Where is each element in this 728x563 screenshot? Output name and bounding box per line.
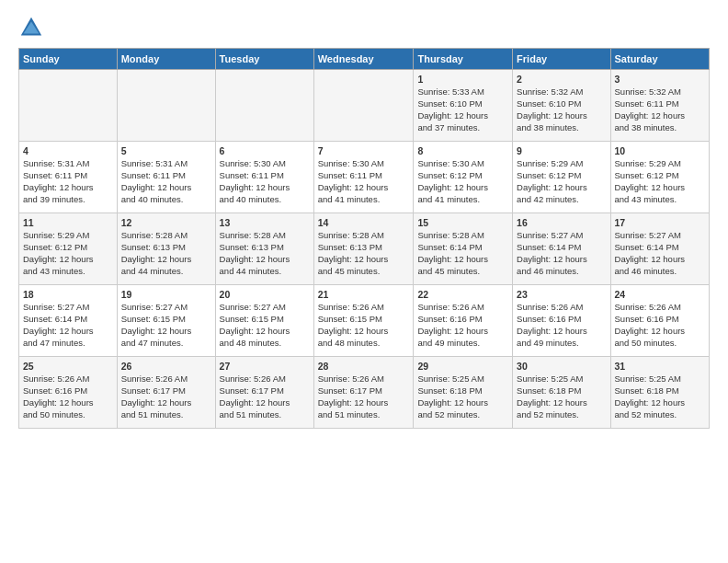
sunrise-text: Sunrise: 5:25 AM	[417, 373, 508, 385]
sunrise-text: Sunrise: 5:32 AM	[615, 86, 705, 98]
day-number: 17	[615, 216, 705, 229]
sunrise-text: Sunrise: 5:29 AM	[517, 158, 606, 170]
daylight-text: Daylight: 12 hours	[615, 397, 705, 409]
calendar-cell	[215, 70, 313, 142]
daylight-text: and 44 minutes.	[121, 266, 211, 278]
calendar-cell: 10Sunrise: 5:29 AMSunset: 6:12 PMDayligh…	[610, 142, 709, 213]
daylight-text: and 41 minutes.	[417, 194, 508, 206]
daylight-text: and 50 minutes.	[23, 409, 113, 421]
day-number: 27	[220, 360, 310, 373]
sunset-text: Sunset: 6:11 PM	[318, 170, 410, 182]
daylight-text: and 40 minutes.	[121, 194, 211, 206]
daylight-text: Daylight: 12 hours	[417, 110, 508, 122]
day-number: 6	[220, 144, 310, 157]
daylight-text: Daylight: 12 hours	[220, 254, 310, 266]
daylight-text: and 49 minutes.	[417, 338, 508, 350]
daylight-text: and 44 minutes.	[220, 266, 310, 278]
daylight-text: and 51 minutes.	[121, 409, 211, 421]
calendar-header: SundayMondayTuesdayWednesdayThursdayFrid…	[19, 49, 710, 70]
daylight-text: and 49 minutes.	[517, 338, 606, 350]
daylight-text: and 38 minutes.	[517, 122, 606, 134]
sunrise-text: Sunrise: 5:26 AM	[23, 373, 113, 385]
daylight-text: and 38 minutes.	[615, 122, 705, 134]
sunset-text: Sunset: 6:13 PM	[121, 242, 211, 254]
daylight-text: and 42 minutes.	[517, 194, 606, 206]
daylight-text: and 45 minutes.	[417, 266, 508, 278]
daylight-text: Daylight: 12 hours	[318, 326, 410, 338]
day-number: 18	[23, 288, 113, 301]
daylight-text: and 51 minutes.	[220, 409, 310, 421]
daylight-text: Daylight: 12 hours	[121, 326, 211, 338]
daylight-text: and 45 minutes.	[318, 266, 410, 278]
sunset-text: Sunset: 6:10 PM	[517, 98, 606, 110]
sunrise-text: Sunrise: 5:30 AM	[220, 158, 310, 170]
day-number: 10	[615, 144, 705, 157]
calendar-body: 1Sunrise: 5:33 AMSunset: 6:10 PMDaylight…	[19, 70, 710, 429]
logo	[18, 15, 48, 40]
sunset-text: Sunset: 6:12 PM	[517, 170, 606, 182]
sunrise-text: Sunrise: 5:28 AM	[220, 230, 310, 242]
daylight-text: Daylight: 12 hours	[23, 182, 113, 194]
day-number: 7	[318, 144, 410, 157]
calendar-cell: 30Sunrise: 5:25 AMSunset: 6:18 PMDayligh…	[513, 357, 610, 429]
daylight-text: Daylight: 12 hours	[23, 397, 113, 409]
day-number: 31	[615, 360, 705, 373]
calendar-week-3: 11Sunrise: 5:29 AMSunset: 6:12 PMDayligh…	[19, 213, 710, 285]
weekday-row: SundayMondayTuesdayWednesdayThursdayFrid…	[19, 49, 710, 70]
day-number: 14	[318, 216, 410, 229]
sunset-text: Sunset: 6:14 PM	[417, 242, 508, 254]
sunrise-text: Sunrise: 5:31 AM	[121, 158, 211, 170]
sunrise-text: Sunrise: 5:25 AM	[517, 373, 606, 385]
daylight-text: Daylight: 12 hours	[517, 110, 606, 122]
day-number: 16	[517, 216, 606, 229]
sunset-text: Sunset: 6:11 PM	[220, 170, 310, 182]
day-number: 11	[23, 216, 113, 229]
sunrise-text: Sunrise: 5:26 AM	[615, 302, 705, 314]
day-number: 24	[615, 288, 705, 301]
calendar-cell: 28Sunrise: 5:26 AMSunset: 6:17 PMDayligh…	[313, 357, 414, 429]
day-number: 13	[220, 216, 310, 229]
sunset-text: Sunset: 6:18 PM	[517, 385, 606, 397]
calendar-cell: 11Sunrise: 5:29 AMSunset: 6:12 PMDayligh…	[19, 213, 118, 285]
day-number: 26	[121, 360, 211, 373]
day-number: 9	[517, 144, 606, 157]
day-number: 25	[23, 360, 113, 373]
calendar-cell: 22Sunrise: 5:26 AMSunset: 6:16 PMDayligh…	[414, 285, 513, 357]
sunrise-text: Sunrise: 5:27 AM	[23, 302, 113, 314]
sunset-text: Sunset: 6:16 PM	[517, 314, 606, 326]
daylight-text: Daylight: 12 hours	[517, 326, 606, 338]
daylight-text: and 50 minutes.	[615, 338, 705, 350]
sunrise-text: Sunrise: 5:30 AM	[318, 158, 410, 170]
calendar-cell: 15Sunrise: 5:28 AMSunset: 6:14 PMDayligh…	[414, 213, 513, 285]
daylight-text: Daylight: 12 hours	[417, 182, 508, 194]
calendar-cell: 26Sunrise: 5:26 AMSunset: 6:17 PMDayligh…	[117, 357, 215, 429]
sunset-text: Sunset: 6:13 PM	[318, 242, 410, 254]
sunrise-text: Sunrise: 5:27 AM	[615, 230, 705, 242]
daylight-text: Daylight: 12 hours	[318, 182, 410, 194]
page: SundayMondayTuesdayWednesdayThursdayFrid…	[0, 0, 728, 563]
header	[18, 15, 710, 40]
calendar-cell: 13Sunrise: 5:28 AMSunset: 6:13 PMDayligh…	[215, 213, 313, 285]
sunset-text: Sunset: 6:11 PM	[23, 170, 113, 182]
daylight-text: and 48 minutes.	[220, 338, 310, 350]
day-number: 30	[517, 360, 606, 373]
daylight-text: Daylight: 12 hours	[23, 254, 113, 266]
daylight-text: Daylight: 12 hours	[318, 397, 410, 409]
calendar-cell: 7Sunrise: 5:30 AMSunset: 6:11 PMDaylight…	[313, 142, 414, 213]
sunset-text: Sunset: 6:12 PM	[615, 170, 705, 182]
sunrise-text: Sunrise: 5:29 AM	[615, 158, 705, 170]
sunset-text: Sunset: 6:17 PM	[121, 385, 211, 397]
logo-icon	[18, 15, 44, 40]
daylight-text: and 41 minutes.	[318, 194, 410, 206]
daylight-text: and 39 minutes.	[23, 194, 113, 206]
sunset-text: Sunset: 6:10 PM	[417, 98, 508, 110]
calendar-cell: 1Sunrise: 5:33 AMSunset: 6:10 PMDaylight…	[414, 70, 513, 142]
daylight-text: Daylight: 12 hours	[517, 182, 606, 194]
daylight-text: and 52 minutes.	[417, 409, 508, 421]
daylight-text: and 46 minutes.	[615, 266, 705, 278]
calendar-cell: 20Sunrise: 5:27 AMSunset: 6:15 PMDayligh…	[215, 285, 313, 357]
sunset-text: Sunset: 6:12 PM	[23, 242, 113, 254]
sunrise-text: Sunrise: 5:27 AM	[220, 302, 310, 314]
calendar-cell: 27Sunrise: 5:26 AMSunset: 6:17 PMDayligh…	[215, 357, 313, 429]
sunrise-text: Sunrise: 5:26 AM	[417, 302, 508, 314]
